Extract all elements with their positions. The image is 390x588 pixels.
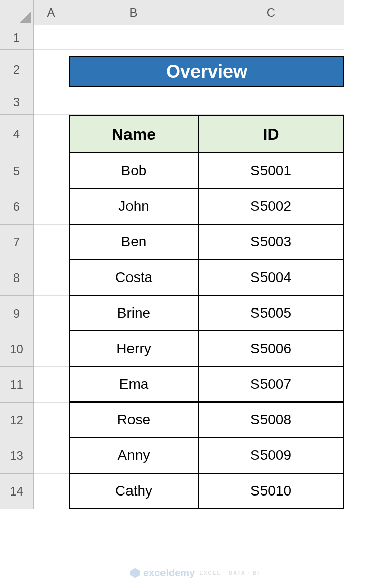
col-header-c[interactable]: C [198,0,344,25]
table-cell-id[interactable]: S5007 [198,367,344,403]
cell-a4[interactable] [34,115,69,153]
table-cell-name[interactable]: Ben [69,225,198,260]
watermark: exceldemy EXCEL · DATA · BI [130,567,260,579]
title-merged-cell[interactable]: Overview [69,50,344,89]
row-header-11[interactable]: 11 [0,367,34,403]
table-cell-name[interactable]: Cathy [69,474,198,509]
spreadsheet-grid: A B C 1 2 Overview 3 4 Name ID 5 Bob S50… [0,0,390,509]
select-all-corner[interactable] [0,0,34,25]
table-header-id[interactable]: ID [198,115,344,153]
cell-c1[interactable] [198,25,344,50]
table-cell-id[interactable]: S5003 [198,225,344,260]
table-cell-name[interactable]: Bob [69,153,198,189]
cell-a7[interactable] [34,225,69,260]
row-header-5[interactable]: 5 [0,153,34,189]
table-cell-name[interactable]: Anny [69,438,198,474]
row-header-14[interactable]: 14 [0,474,34,509]
cell-a3[interactable] [34,89,69,115]
table-cell-id[interactable]: S5010 [198,474,344,509]
table-cell-id[interactable]: S5002 [198,189,344,225]
table-cell-name[interactable]: Herry [69,331,198,367]
row-header-12[interactable]: 12 [0,403,34,438]
cell-a10[interactable] [34,331,69,367]
table-cell-id[interactable]: S5009 [198,438,344,474]
row-header-4[interactable]: 4 [0,115,34,153]
cell-a13[interactable] [34,438,69,474]
cell-a8[interactable] [34,260,69,296]
row-header-1[interactable]: 1 [0,25,34,50]
table-cell-id[interactable]: S5001 [198,153,344,189]
cell-a6[interactable] [34,189,69,225]
cell-a11[interactable] [34,367,69,403]
cell-b3[interactable] [69,89,198,115]
cell-a12[interactable] [34,403,69,438]
table-cell-name[interactable]: Costa [69,260,198,296]
cell-a1[interactable] [34,25,69,50]
row-header-2[interactable]: 2 [0,50,34,89]
col-header-a[interactable]: A [34,0,69,25]
table-cell-name[interactable]: Ema [69,367,198,403]
table-cell-name[interactable]: Brine [69,296,198,331]
title-banner: Overview [69,56,344,87]
cell-a5[interactable] [34,153,69,189]
watermark-brand: exceldemy [143,567,195,579]
row-header-9[interactable]: 9 [0,296,34,331]
table-cell-name[interactable]: Rose [69,403,198,438]
cell-a14[interactable] [34,474,69,509]
table-header-name[interactable]: Name [69,115,198,153]
watermark-tagline: EXCEL · DATA · BI [199,570,260,576]
row-header-7[interactable]: 7 [0,225,34,260]
row-header-6[interactable]: 6 [0,189,34,225]
table-cell-id[interactable]: S5008 [198,403,344,438]
cell-a2[interactable] [34,50,69,89]
table-cell-name[interactable]: John [69,189,198,225]
cell-c3[interactable] [198,89,344,115]
row-header-10[interactable]: 10 [0,331,34,367]
cube-icon [130,568,140,578]
table-cell-id[interactable]: S5004 [198,260,344,296]
cell-a9[interactable] [34,296,69,331]
row-header-8[interactable]: 8 [0,260,34,296]
table-cell-id[interactable]: S5006 [198,331,344,367]
row-header-13[interactable]: 13 [0,438,34,474]
row-header-3[interactable]: 3 [0,89,34,115]
table-cell-id[interactable]: S5005 [198,296,344,331]
col-header-b[interactable]: B [69,0,198,25]
cell-b1[interactable] [69,25,198,50]
